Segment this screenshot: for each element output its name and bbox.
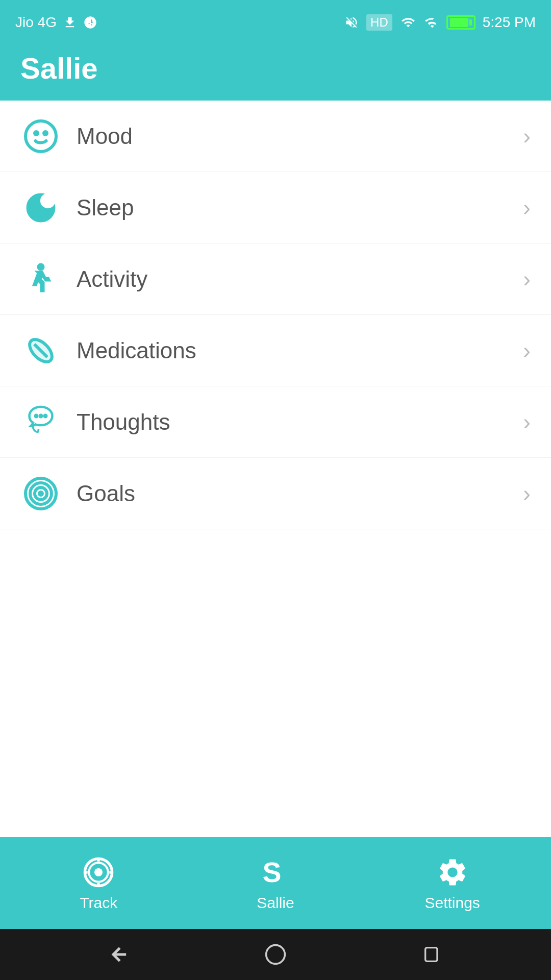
signal-icon <box>424 15 439 30</box>
svg-text:S: S <box>262 856 281 888</box>
svg-point-0 <box>26 121 56 152</box>
main-content: Mood › Sleep › Activity › <box>0 101 551 837</box>
wifi-icon <box>399 15 417 30</box>
track-nav-icon <box>81 854 116 890</box>
sleep-chevron: › <box>523 195 531 220</box>
activity-label: Activity <box>77 266 518 292</box>
activity-icon <box>20 259 61 300</box>
activity-chevron: › <box>523 266 531 292</box>
menu-item-sleep[interactable]: Sleep › <box>0 172 551 243</box>
menu-item-thoughts[interactable]: Thoughts › <box>0 386 551 458</box>
status-left: Jio 4G <box>15 14 97 31</box>
settings-nav-label: Settings <box>424 894 480 912</box>
svg-point-7 <box>35 414 38 418</box>
nav-item-settings[interactable]: Settings <box>364 849 541 917</box>
svg-rect-19 <box>425 948 437 962</box>
mute-icon <box>344 15 359 30</box>
thoughts-chevron: › <box>523 409 531 435</box>
menu-item-goals[interactable]: Goals › <box>0 458 551 529</box>
menu-list: Mood › Sleep › Activity › <box>0 101 551 529</box>
mood-label: Mood <box>77 124 518 149</box>
goals-icon <box>20 473 61 514</box>
thoughts-label: Thoughts <box>77 409 518 435</box>
medications-chevron: › <box>523 338 531 363</box>
svg-point-1 <box>34 131 39 135</box>
app-title: Sallie <box>20 52 98 85</box>
svg-point-3 <box>38 264 44 270</box>
menu-item-mood[interactable]: Mood › <box>0 101 551 172</box>
medications-icon <box>20 330 61 371</box>
nav-item-sallie[interactable]: S Sallie <box>187 849 364 917</box>
back-button[interactable] <box>104 939 134 970</box>
usb-icon <box>83 15 97 30</box>
goals-chevron: › <box>523 481 531 506</box>
bottom-nav: Track S Sallie Settings <box>0 837 551 929</box>
recents-button[interactable] <box>417 939 447 970</box>
android-nav <box>0 929 551 980</box>
goals-label: Goals <box>77 481 518 506</box>
home-button[interactable] <box>260 939 291 970</box>
svg-point-13 <box>39 491 43 496</box>
nav-item-track[interactable]: Track <box>10 849 187 917</box>
menu-item-activity[interactable]: Activity › <box>0 243 551 315</box>
track-nav-label: Track <box>80 894 117 912</box>
status-bar: Jio 4G HD 5:25 PM <box>0 0 551 41</box>
svg-point-18 <box>266 945 285 964</box>
svg-point-9 <box>44 414 47 418</box>
sallie-nav-label: Sallie <box>257 894 294 912</box>
mood-icon <box>20 116 61 157</box>
svg-point-8 <box>39 414 42 418</box>
download-icon <box>63 15 77 30</box>
battery-icon <box>446 15 475 30</box>
thoughts-icon <box>20 402 61 443</box>
sleep-icon <box>20 187 61 228</box>
hd-badge: HD <box>366 14 392 31</box>
time-text: 5:25 PM <box>483 14 536 31</box>
app-header: Sallie <box>0 41 551 101</box>
sallie-nav-icon: S <box>258 854 293 890</box>
medications-label: Medications <box>77 338 518 363</box>
svg-point-2 <box>43 131 48 135</box>
settings-nav-icon <box>435 854 470 890</box>
mood-chevron: › <box>523 124 531 149</box>
svg-point-16 <box>94 868 103 876</box>
carrier-text: Jio 4G <box>15 14 57 31</box>
sleep-label: Sleep <box>77 195 518 220</box>
menu-item-medications[interactable]: Medications › <box>0 315 551 386</box>
status-right: HD 5:25 PM <box>344 14 536 31</box>
